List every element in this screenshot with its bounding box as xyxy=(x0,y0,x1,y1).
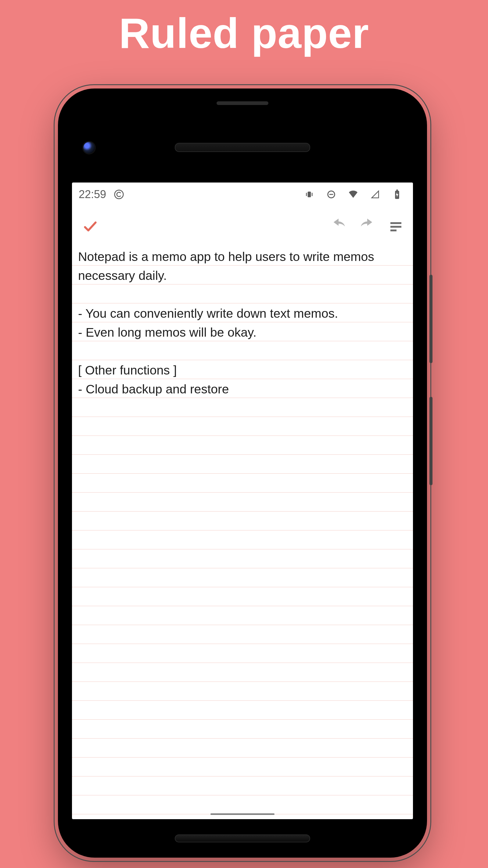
svg-rect-1 xyxy=(308,192,311,197)
gesture-nav-bar xyxy=(210,813,274,815)
undo-button[interactable] xyxy=(329,217,348,236)
phone-top-pill xyxy=(217,101,268,105)
promo-canvas: Ruled paper 22:59 xyxy=(0,0,488,868)
wifi-icon xyxy=(344,185,362,204)
svg-rect-10 xyxy=(390,229,396,231)
sync-disabled-icon xyxy=(110,185,128,204)
phone-side-button-upper xyxy=(429,275,432,363)
svg-point-0 xyxy=(115,190,123,199)
svg-rect-2 xyxy=(306,193,307,196)
hero-title: Ruled paper xyxy=(0,8,488,58)
cell-signal-icon xyxy=(366,185,384,204)
note-text-area[interactable]: Notepad is a memo app to help users to w… xyxy=(78,247,406,399)
do-not-disturb-icon xyxy=(322,185,340,204)
app-action-bar xyxy=(72,206,413,247)
svg-rect-3 xyxy=(312,193,313,196)
redo-button[interactable] xyxy=(358,217,377,236)
phone-frame: 22:59 xyxy=(58,89,427,858)
battery-icon xyxy=(388,185,406,204)
svg-rect-9 xyxy=(390,226,401,228)
phone-camera xyxy=(83,141,96,154)
status-right xyxy=(300,185,406,204)
svg-rect-7 xyxy=(396,189,398,191)
status-time: 22:59 xyxy=(79,188,106,201)
phone-bottom-speaker xyxy=(175,834,310,842)
format-menu-button[interactable] xyxy=(387,217,405,236)
svg-rect-8 xyxy=(390,222,401,224)
status-bar: 22:59 xyxy=(72,183,413,206)
vibrate-icon xyxy=(300,185,318,204)
status-left: 22:59 xyxy=(79,185,128,204)
confirm-button[interactable] xyxy=(81,217,99,236)
phone-earpiece xyxy=(175,143,310,152)
note-viewport: Notepad is a memo app to help users to w… xyxy=(72,247,413,819)
phone-side-button-lower xyxy=(429,397,432,485)
screen: 22:59 xyxy=(72,183,413,819)
